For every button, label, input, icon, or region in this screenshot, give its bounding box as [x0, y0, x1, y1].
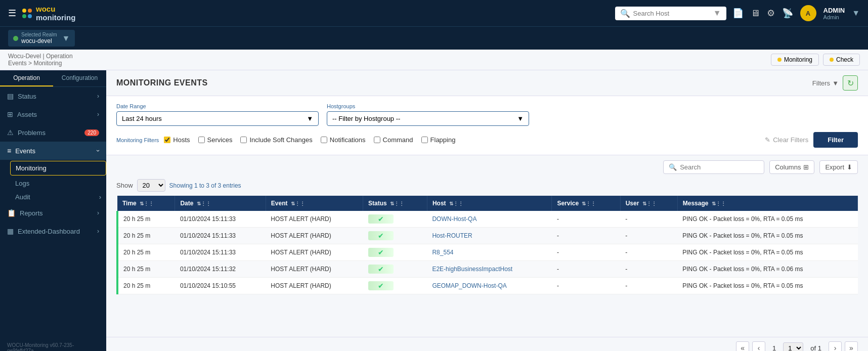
columns-label: Columns — [775, 163, 801, 171]
filter-button[interactable]: Filter — [813, 132, 858, 148]
hostgroups-select[interactable]: -- Filter by Hostgroup -- ▼ — [327, 111, 529, 126]
cell-message: PING OK - Packet loss = 0%, RTA = 0.05 m… — [677, 278, 857, 294]
host-link[interactable]: R8_554 — [432, 249, 453, 256]
refresh-button[interactable]: ↻ — [843, 75, 858, 91]
checkbox-flapping[interactable]: Flapping — [421, 136, 456, 144]
search-table-icon: 🔍 — [669, 163, 677, 171]
sort-event-icon: ⇅⋮⋮ — [291, 201, 305, 206]
checkbox-soft-changes[interactable]: Include Soft Changes — [240, 136, 312, 144]
breadcrumb-part1[interactable]: Wocu-Devel — [8, 53, 41, 60]
table-toolbar: 🔍 Columns ⊞ Export ⬇ — [116, 160, 858, 174]
nav-gear-icon[interactable]: ⚙ — [767, 8, 775, 19]
check-button[interactable]: Check — [823, 54, 860, 66]
events-icon: ≡ — [7, 147, 11, 155]
search-table-input[interactable] — [680, 163, 759, 171]
checkbox-hosts-input[interactable] — [164, 137, 170, 143]
nav-notes-icon[interactable]: 📄 — [732, 8, 744, 19]
user-chevron-icon[interactable]: ▼ — [852, 9, 860, 18]
show-select[interactable]: 20 50 100 — [137, 179, 165, 192]
export-button[interactable]: Export ⬇ — [819, 160, 858, 174]
status-icon: ▤ — [7, 92, 14, 100]
clear-filters-button[interactable]: ✎ Clear Filters — [765, 136, 808, 144]
table-row: 20 h 25 m 01/10/2024 15:11:33 HOST ALERT… — [117, 244, 858, 261]
search-host-input[interactable] — [633, 10, 710, 17]
cell-message: PING OK - Packet loss = 0%, RTA = 0.05 m… — [677, 228, 857, 244]
checkbox-notifications-input[interactable] — [321, 137, 327, 143]
page-first-button[interactable]: « — [736, 341, 749, 351]
sidebar-item-monitoring[interactable]: Monitoring — [10, 161, 106, 176]
sidebar-tab-operation[interactable]: Operation — [0, 70, 53, 86]
table-row: 20 h 25 m 01/10/2024 15:10:55 HOST ALERT… — [117, 278, 858, 294]
sidebar-item-label-assets: Assets — [17, 111, 37, 118]
columns-button[interactable]: Columns ⊞ — [769, 160, 814, 174]
page-header: MONITORING EVENTS Filters ▼ ↻ — [106, 70, 868, 96]
breadcrumb-sep1: | — [42, 53, 44, 60]
sidebar-item-assets[interactable]: ⊞ Assets › — [0, 105, 106, 123]
logo: wocu monitoring — [22, 5, 75, 22]
breadcrumb-part3[interactable]: Events — [8, 60, 27, 67]
cell-event: HOST ALERT (HARD) — [266, 211, 363, 228]
col-service[interactable]: Service ⇅⋮⋮ — [552, 196, 620, 211]
search-host-bar[interactable]: 🔍 ▼ — [615, 7, 726, 20]
filter-area: Date Range Last 24 hours ▼ Hostgroups --… — [106, 96, 868, 155]
host-link[interactable]: GEOMAP_DOWN-Host-QA — [432, 282, 506, 289]
table-body: 20 h 25 m 01/10/2024 15:11:33 HOST ALERT… — [117, 211, 858, 294]
extended-chevron-icon: › — [97, 228, 99, 235]
checkbox-notifications-label: Notifications — [330, 136, 366, 144]
page-last-button[interactable]: » — [845, 341, 858, 351]
sidebar-item-audit[interactable]: Audit › — [10, 190, 106, 204]
sidebar-item-problems[interactable]: ⚠ Problems 220 — [0, 123, 106, 142]
checkbox-hosts[interactable]: Hosts — [164, 136, 190, 144]
checkbox-soft-changes-input[interactable] — [240, 137, 247, 143]
realm-selector[interactable]: Selected Realm wocu-devel ▼ — [8, 30, 75, 47]
monitoring-button[interactable]: Monitoring — [771, 54, 819, 66]
col-host[interactable]: Host ⇅⋮⋮ — [427, 196, 551, 211]
checkbox-notifications[interactable]: Notifications — [321, 136, 366, 144]
col-user[interactable]: User ⇅⋮⋮ — [620, 196, 677, 211]
search-box[interactable]: 🔍 — [663, 160, 764, 174]
sidebar-item-label-problems: Problems — [18, 129, 46, 137]
cell-message: PING OK - Packet loss = 0%, RTA = 0.05 m… — [677, 244, 857, 261]
col-date[interactable]: Date ⇅⋮⋮ — [175, 196, 266, 211]
col-status[interactable]: Status ⇅⋮⋮ — [363, 196, 427, 211]
host-link[interactable]: Host-ROUTER — [432, 232, 472, 239]
sidebar-item-extended-dashboard[interactable]: ▦ Extended-Dashboard › — [0, 222, 106, 240]
col-time[interactable]: Time ⇅⋮⋮ — [117, 196, 175, 211]
col-message[interactable]: Message ⇅⋮⋮ — [677, 196, 857, 211]
sidebar-item-reports[interactable]: 📋 Reports › — [0, 204, 106, 222]
sort-host-icon: ⇅⋮⋮ — [449, 201, 463, 206]
checkbox-services[interactable]: Services — [198, 136, 233, 144]
realm-bar: Selected Realm wocu-devel ▼ — [0, 26, 868, 50]
checkbox-flapping-input[interactable] — [421, 137, 428, 143]
checkbox-soft-changes-label: Include Soft Changes — [249, 136, 312, 144]
sidebar-item-logs[interactable]: Logs — [10, 177, 106, 190]
checkbox-command-input[interactable] — [374, 137, 380, 143]
hamburger-menu[interactable]: ☰ — [8, 8, 16, 19]
nav-monitor-icon[interactable]: 🖥 — [751, 8, 760, 19]
checkbox-command[interactable]: Command — [374, 136, 413, 144]
sidebar-item-label-events: Events — [15, 147, 35, 155]
page-next-button[interactable]: › — [829, 341, 842, 351]
page-prev-button[interactable]: ‹ — [752, 341, 765, 351]
reports-icon: 📋 — [7, 209, 16, 217]
breadcrumb-part4[interactable]: Monitoring — [33, 60, 62, 67]
host-link[interactable]: E2E-highBusinessImpactHost — [432, 266, 512, 273]
avatar: A — [800, 5, 816, 21]
export-label: Export — [825, 163, 844, 171]
hostgroups-label: Hostgroups — [327, 103, 529, 109]
checkbox-flapping-label: Flapping — [430, 136, 456, 144]
sidebar-item-status[interactable]: ▤ Status › — [0, 87, 106, 105]
checkbox-services-input[interactable] — [198, 137, 205, 143]
col-event[interactable]: Event ⇅⋮⋮ — [266, 196, 363, 211]
cell-event: HOST ALERT (HARD) — [266, 244, 363, 261]
cell-status: ✔ — [363, 278, 427, 294]
page-total: of 1 — [806, 344, 826, 352]
nav-satellite-icon[interactable]: 📡 — [782, 8, 793, 19]
page-select[interactable]: 1 — [783, 342, 803, 352]
sidebar-tab-configuration[interactable]: Configuration — [53, 70, 106, 86]
date-range-select[interactable]: Last 24 hours ▼ — [116, 111, 319, 126]
sidebar-item-events[interactable]: ≡ Events › — [0, 142, 106, 160]
sidebar: Operation Configuration ▤ Status › ⊞ Ass… — [0, 70, 106, 351]
host-link[interactable]: DOWN-Host-QA — [432, 215, 476, 223]
breadcrumb-part2[interactable]: Operation — [46, 53, 73, 60]
